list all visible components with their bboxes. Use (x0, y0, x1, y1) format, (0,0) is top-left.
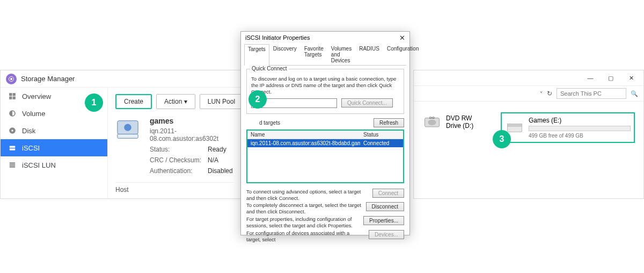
devices-button[interactable]: Devices... (369, 230, 404, 239)
crc-label: CRC / Checksum: (150, 156, 203, 164)
svg-point-1 (11, 78, 12, 80)
games-label: Games (E:) (529, 117, 631, 124)
auth-value: Disabled (208, 167, 233, 175)
tab-volumes-devices[interactable]: Volumes and Devices (327, 44, 355, 65)
games-usage-bar (529, 126, 631, 131)
target-row-name: iqn.2011-08.com.asustor:as6302t-8bdabd.g… (247, 139, 360, 147)
search-icon[interactable]: 🔍 (631, 90, 638, 97)
devices-hint: For configuration of devices associated … (246, 230, 364, 243)
storage-manager-title: Storage Manager (21, 75, 75, 83)
host-label: Host (115, 182, 233, 193)
svg-rect-5 (13, 97, 16, 99)
svg-rect-11 (10, 164, 16, 166)
status-label: Status: (150, 146, 203, 153)
action-button[interactable]: Action ▾ (156, 94, 195, 109)
games-drive[interactable]: Games (E:) 499 GB free of 499 GB (501, 112, 635, 143)
svg-rect-8 (10, 146, 16, 148)
sidebar-label: Overview (22, 92, 51, 100)
lun-pool-button[interactable]: LUN Pool (200, 94, 241, 109)
sidebar-item-iscsi-lun[interactable]: iSCSI LUN (1, 156, 107, 174)
tab-radius[interactable]: RADIUS (355, 44, 383, 65)
tab-targets[interactable]: Targets (244, 44, 269, 66)
explorer-window: — ▢ ✕ ˅ ↻ 🔍 DVD DVD RW Drive (D:) Games … (413, 70, 644, 199)
refresh-icon[interactable]: ↻ (547, 90, 552, 97)
initiator-title: iSCSI Initiator Properties (245, 34, 310, 41)
storage-manager-titlebar: Storage Manager (1, 70, 241, 88)
svg-rect-4 (9, 97, 12, 99)
close-icon[interactable]: ✕ (399, 34, 405, 42)
svg-text:DVD: DVD (429, 117, 435, 119)
badge-1: 1 (85, 94, 103, 112)
svg-point-15 (124, 124, 131, 131)
maximize-icon[interactable]: ▢ (602, 73, 620, 83)
quick-connect-button[interactable]: Quick Connect... (341, 98, 393, 107)
iscsi-initiator-window: iSCSI Initiator Properties ✕ Targets Dis… (240, 31, 410, 235)
connect-button[interactable]: Connect (372, 189, 404, 198)
disconnect-hint: To completely disconnect a target, selec… (246, 202, 362, 215)
volume-icon (8, 109, 17, 118)
overview-icon (8, 92, 17, 100)
badge-3: 3 (493, 130, 511, 148)
col-status: Status (360, 131, 403, 139)
svg-rect-9 (10, 148, 16, 150)
status-value: Ready (208, 146, 226, 153)
create-button[interactable]: Create (115, 94, 152, 109)
connect-hint: To connect using advanced options, selec… (246, 189, 368, 202)
target-row[interactable]: iqn.2011-08.com.asustor:as6302t-8bdabd.g… (247, 139, 403, 147)
quick-connect-group: Quick Connect To discover and log on to … (246, 69, 404, 114)
svg-rect-3 (13, 93, 16, 96)
chevron-down-icon[interactable]: ˅ (540, 91, 543, 97)
quick-connect-label: Quick Connect (250, 66, 289, 71)
col-name: Name (247, 131, 360, 139)
iscsi-lun-icon (8, 161, 17, 169)
target-name: games (150, 117, 233, 125)
storage-manager-main: Create Action ▾ LUN Pool Pr games iqn.20… (108, 88, 241, 198)
storage-manager-app-icon (6, 74, 17, 84)
sidebar-label: iSCSI (22, 144, 40, 152)
sidebar-item-iscsi[interactable]: iSCSI (1, 139, 107, 156)
target-disk-icon (115, 117, 140, 141)
svg-rect-12 (10, 166, 16, 167)
sidebar-item-disk[interactable]: Disk (1, 122, 107, 139)
tab-discovery[interactable]: Discovery (269, 44, 301, 65)
iscsi-icon (8, 143, 17, 152)
svg-point-17 (428, 120, 436, 126)
svg-rect-2 (9, 93, 12, 96)
crc-value: N/A (208, 156, 218, 164)
svg-rect-14 (118, 134, 138, 139)
discovered-targets-label: d targets (259, 120, 280, 126)
target-iqn: iqn.2011-08.com.asustor:as6302t (150, 127, 233, 142)
minimize-icon[interactable]: — (581, 73, 599, 83)
properties-hint: For target properties, including configu… (246, 216, 359, 229)
sidebar-label: iSCSI LUN (22, 161, 56, 169)
dvd-drive[interactable]: DVD DVD RW Drive (D:) (422, 112, 479, 132)
games-free: 499 GB free of 499 GB (529, 133, 631, 139)
svg-rect-10 (10, 162, 16, 163)
target-row-status: Connected (360, 139, 403, 147)
dvd-icon: DVD (422, 112, 442, 132)
refresh-button[interactable]: Refresh (374, 118, 404, 127)
initiator-tabs: Targets Discovery Favorite Targets Volum… (244, 44, 406, 66)
storage-manager-toolbar: Create Action ▾ LUN Pool Pr (115, 94, 233, 109)
svg-rect-20 (508, 124, 522, 126)
auth-label: Authentication: (150, 167, 203, 175)
dvd-label: DVD RW Drive (D:) (446, 114, 479, 130)
close-icon[interactable]: ✕ (622, 73, 640, 83)
svg-point-7 (11, 130, 13, 132)
search-input[interactable] (557, 88, 626, 99)
badge-2: 2 (248, 90, 267, 109)
initiator-titlebar: iSCSI Initiator Properties ✕ (241, 32, 409, 44)
sidebar-label: Disk (22, 127, 35, 135)
storage-manager-window: Storage Manager Overview Volume Disk iSC… (0, 70, 241, 199)
disk-icon (8, 126, 17, 135)
properties-button[interactable]: Properties... (363, 216, 404, 225)
tab-favorite-targets[interactable]: Favorite Targets (301, 44, 327, 65)
tab-configuration[interactable]: Configuration (383, 44, 422, 65)
targets-table: Name Status iqn.2011-08.com.asustor:as63… (246, 130, 404, 183)
disconnect-button[interactable]: Disconnect (366, 202, 404, 211)
quick-connect-desc: To discover and log on to a target using… (251, 76, 399, 95)
explorer-toolbar: ˅ ↻ 🔍 (414, 85, 643, 102)
sidebar-label: Volume (22, 110, 45, 118)
explorer-titlebar: — ▢ ✕ (414, 70, 643, 85)
